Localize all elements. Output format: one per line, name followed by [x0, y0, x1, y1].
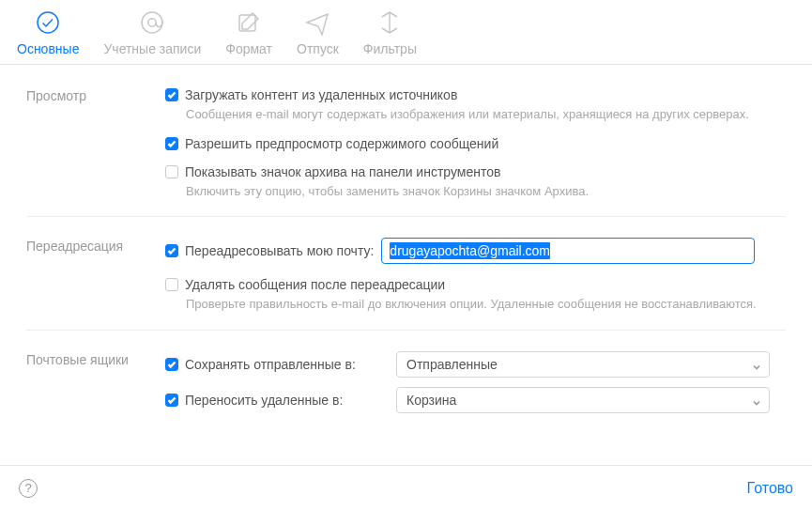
- check-circle-icon: [35, 9, 61, 36]
- checkbox-label: Разрешить предпросмотр содержимого сообщ…: [185, 136, 498, 151]
- section-forwarding: Переадресация Переадресовывать мою почту…: [26, 216, 786, 313]
- section-title: Почтовые ящики: [26, 351, 165, 423]
- tab-label: Фильтры: [363, 41, 417, 56]
- checkbox-save-sent[interactable]: Сохранять отправленные в:: [165, 357, 389, 372]
- section-title: Переадресация: [26, 238, 165, 313]
- help-icon[interactable]: ?: [19, 479, 38, 498]
- checkbox-label: Показывать значок архива на панели инстр…: [185, 164, 500, 179]
- select-value: Корзина: [406, 393, 456, 408]
- footer-bar: ? Готово: [0, 465, 812, 510]
- forward-email-value: drugayapochta@gmail.com: [390, 242, 550, 259]
- checkbox-forward-mail[interactable]: Переадресовывать мою почту:: [165, 243, 374, 258]
- checkbox-delete-after-forward[interactable]: Удалять сообщения после переадресации: [165, 277, 445, 292]
- checkmark-icon: [165, 165, 178, 178]
- svg-point-2: [148, 19, 156, 26]
- preferences-content: Просмотр Загружать контент из удаленных …: [0, 65, 812, 423]
- checkmark-icon: [165, 88, 178, 101]
- preferences-toolbar: Основные Учетные записи Формат Отпуск Фи…: [0, 0, 812, 65]
- checkbox-label: Переадресовывать мою почту:: [185, 243, 374, 258]
- tab-label: Основные: [17, 41, 79, 56]
- checkmark-icon: [165, 394, 178, 407]
- checkmark-icon: [165, 358, 178, 371]
- svg-point-1: [142, 12, 162, 33]
- tab-format[interactable]: Формат: [225, 9, 272, 56]
- checkbox-move-deleted[interactable]: Переносить удаленные в:: [165, 393, 389, 408]
- select-value: Отправленные: [406, 357, 498, 372]
- checkbox-label: Сохранять отправленные в:: [185, 357, 356, 372]
- chevron-down-icon: [752, 395, 761, 405]
- airplane-icon: [304, 9, 330, 36]
- checkbox-label: Удалять сообщения после переадресации: [185, 277, 445, 292]
- hint-text: Проверьте правильность e-mail до включен…: [186, 296, 786, 313]
- compose-icon: [236, 9, 262, 36]
- tab-vacation[interactable]: Отпуск: [297, 9, 339, 56]
- done-button[interactable]: Готово: [747, 480, 793, 497]
- tab-label: Отпуск: [297, 41, 339, 56]
- checkmark-icon: [165, 244, 178, 257]
- forward-email-field[interactable]: drugayapochta@gmail.com: [381, 238, 755, 264]
- hint-text: Сообщения e-mail могут содержать изображ…: [186, 106, 786, 123]
- section-viewing: Просмотр Загружать контент из удаленных …: [26, 87, 786, 199]
- checkbox-show-archive[interactable]: Показывать значок архива на панели инстр…: [165, 164, 500, 179]
- checkmark-icon: [165, 137, 178, 150]
- section-title: Просмотр: [26, 87, 165, 199]
- tab-general[interactable]: Основные: [17, 9, 79, 56]
- hint-text: Включить эту опцию, чтобы заменить значо…: [186, 183, 786, 200]
- tab-filters[interactable]: Фильтры: [363, 9, 417, 56]
- tab-accounts[interactable]: Учетные записи: [103, 9, 201, 56]
- select-deleted-folder[interactable]: Корзина: [396, 387, 770, 413]
- select-sent-folder[interactable]: Отправленные: [396, 351, 770, 378]
- section-mailboxes: Почтовые ящики Сохранять отправленные в:…: [26, 330, 786, 423]
- filters-icon: [376, 9, 403, 36]
- checkbox-label: Загружать контент из удаленных источнико…: [185, 87, 457, 102]
- svg-point-0: [38, 12, 58, 33]
- tab-label: Учетные записи: [103, 41, 201, 56]
- checkbox-load-remote[interactable]: Загружать контент из удаленных источнико…: [165, 87, 457, 102]
- checkbox-label: Переносить удаленные в:: [185, 393, 343, 408]
- checkmark-icon: [165, 278, 178, 291]
- tab-label: Формат: [225, 41, 272, 56]
- checkbox-allow-preview[interactable]: Разрешить предпросмотр содержимого сообщ…: [165, 136, 498, 151]
- at-sign-icon: [139, 9, 165, 36]
- chevron-down-icon: [752, 360, 761, 369]
